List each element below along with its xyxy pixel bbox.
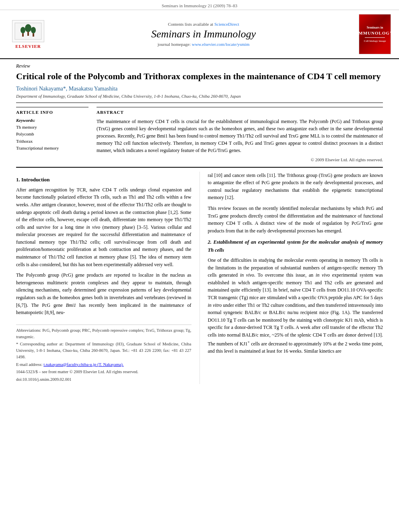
keyword-th-memory: Th memory [16,124,88,131]
body-divider [16,167,383,168]
section2-para-1: One of the difficulties in studying the … [208,257,383,355]
affiliation-line: Department of Immunology, Graduate Schoo… [16,94,383,99]
keywords-label: Keywords: [16,118,88,123]
cover-title-text: Seminars in IMMUNOLOGY Cell biology imag… [356,26,393,43]
journal-center: Contents lists available at ScienceDirec… [48,22,359,47]
svg-rect-5 [22,33,24,37]
copyright-notice: © 2009 Elsevier Ltd. All rights reserved… [97,157,383,162]
keyword-transcriptional-memory: Transcriptional memory [16,145,88,152]
journal-info-bar: Seminars in Immunology 21 (2009) 78–83 [0,0,399,10]
right-para-1: ral [10] and cancer stem cells [11]. The… [208,172,383,201]
col-divider [200,172,200,384]
elsevier-logo: ELSEVIER [8,20,48,49]
keyword-polycomb: Polycomb [16,131,88,138]
body-columns: 1. Introduction After antigen recognitio… [16,172,383,384]
article-type-label: Review [16,63,383,69]
intro-para-2: The Polycomb group (PcG) gene products a… [16,271,191,316]
svg-point-3 [31,27,36,33]
keyword-trithorax: Trithorax [16,138,88,145]
journal-header: ELSEVIER Contents lists available at Sci… [0,10,399,59]
right-para-2: This review focuses on the recently iden… [208,205,383,234]
authors-line: Toshinori Nakayama*, Masakatsu Yamashita [16,86,383,92]
email-link[interactable]: t.nakayama@faculty.chiba-u.jp (T. Nakaya… [43,362,123,367]
elsevier-brand-text: ELSEVIER [15,44,41,49]
footnote-issn: 1044-5323/$ – see front matter © 2009 El… [16,369,191,375]
info-abstract-cols: ARTICLE INFO Keywords: Th memory Polycom… [16,107,383,162]
abstract-col: ABSTRACT The maintenance of memory CD4 T… [97,107,383,162]
svg-point-1 [25,24,31,32]
page: Seminars in Immunology 21 (2009) 78–83 E… [0,0,399,532]
right-body-col: ral [10] and cancer stem cells [11]. The… [208,172,383,384]
contents-available-line: Contents lists available at ScienceDirec… [48,22,359,27]
left-body-col: 1. Introduction After antigen recognitio… [16,172,191,384]
footnote-doi: doi:10.1016/j.smim.2009.02.001 [16,376,191,383]
article-info-heading: ARTICLE INFO [16,110,88,115]
svg-point-2 [21,27,25,33]
the-numbers-text: The numbers [208,341,233,347]
header-divider [16,103,383,103]
svg-rect-4 [27,32,29,36]
footnote-email: E-mail address: t.nakayama@faculty.chiba… [16,362,191,368]
footnote-area: Abbreviations: PcG, Polycomb group; PRC,… [16,325,191,383]
intro-heading: 1. Introduction [16,176,191,184]
article-title: Critical role of the Polycomb and Tritho… [16,71,383,82]
abstract-heading: ABSTRACT [97,110,383,115]
footnote-corresponding: * Corresponding author at: Department of… [16,341,191,360]
homepage-url[interactable]: www.elsevier.com/locate/ysmim [192,42,249,47]
journal-homepage: journal homepage: www.elsevier.com/locat… [48,42,359,47]
journal-cover-image: Seminars in IMMUNOLOGY Cell biology imag… [359,14,391,54]
elsevier-logo-image [12,20,44,42]
journal-title: Seminars in Immunology [48,28,359,40]
content-area: Review Critical role of the Polycomb and… [0,59,399,392]
section2-heading: 2. Establishment of an experimental syst… [208,238,383,254]
footnote-abbreviations: Abbreviations: PcG, Polycomb group; PRC,… [16,327,191,340]
article-info-col: ARTICLE INFO Keywords: Th memory Polycom… [16,107,88,162]
journal-citation: Seminars in Immunology 21 (2009) 78–83 [162,3,237,8]
abstract-body: The maintenance of memory CD4 T cells is… [97,118,383,154]
intro-para-1: After antigen recognition by TCR, naïve … [16,186,191,269]
svg-rect-6 [33,33,34,37]
sciencedirect-link[interactable]: ScienceDirect [214,22,239,27]
